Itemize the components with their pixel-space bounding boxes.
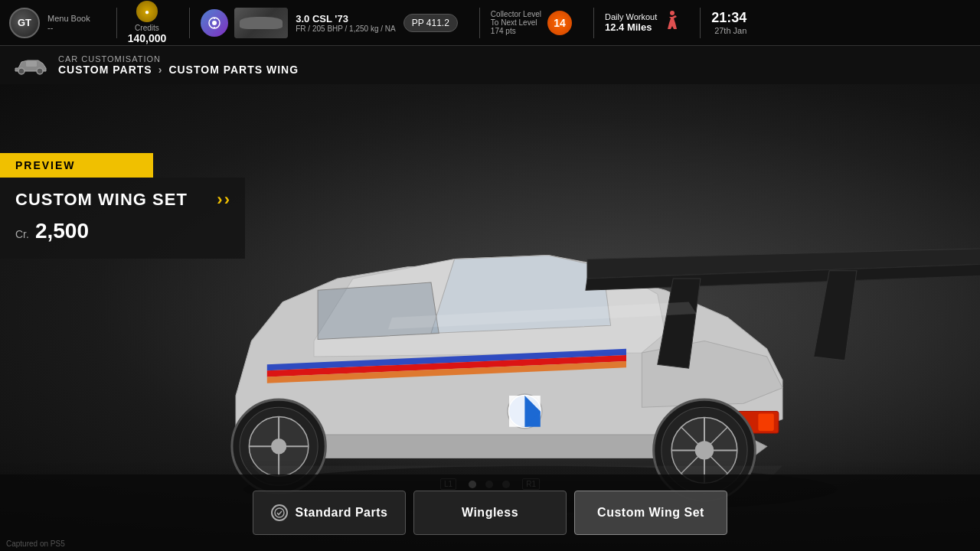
workout-label: Daily Workout [605,12,657,21]
car-thumbnail [234,8,288,38]
menu-book-section: Menu Book -- [47,14,90,32]
pp-badge: PP 411.2 [403,14,458,32]
standard-parts-button[interactable]: Standard Parts [253,491,406,535]
svg-point-31 [275,508,284,517]
car-specs: FR / 205 BHP / 1,250 kg / NA [296,24,395,33]
preview-price-row: Cr. 2,500 [15,219,230,243]
svg-point-6 [37,68,43,74]
car-name: 3.0 CSL '73 [296,13,395,24]
car-info: 3.0 CSL '73 FR / 205 BHP / 1,250 kg / NA [296,13,395,33]
top-bar: GT Menu Book -- ● Credits 140,000 3.0 CS… [0,0,980,46]
collector-pts: 174 pts [491,27,541,35]
chevron-right-2: › [224,190,230,210]
runner-icon [663,9,681,37]
car-small-icon [12,54,49,76]
collector-level-badge: 14 [547,11,572,35]
breadcrumb-bar: CAR CUSTOMISATION CUSTOM PARTS › CUSTOM … [0,46,980,84]
main-content: PREVIEW CUSTOM WING SET › › Cr. 2,500 L1… [0,84,980,551]
divider-4 [593,8,594,38]
divider-3 [479,8,480,38]
car-thumb-image [234,8,288,38]
preview-panel: PREVIEW CUSTOM WING SET › › Cr. 2,500 [0,153,245,259]
menu-book-sub: -- [47,23,90,32]
breadcrumb-separator: › [158,64,163,76]
divider-2 [189,8,190,38]
svg-rect-14 [758,413,773,430]
music-note-icon [207,16,221,30]
workout-section: Daily Workout 12.4 Miles [605,12,657,33]
svg-point-30 [271,439,286,454]
preview-item-row: CUSTOM WING SET › › [15,190,230,210]
svg-point-5 [18,68,24,74]
collector-section: Collector Level To Next Level 174 pts [491,10,541,35]
divider-5 [700,8,701,38]
check-circle-icon [271,504,288,521]
music-button[interactable] [201,9,228,37]
chevron-right-1: › [217,190,222,210]
svg-rect-7 [26,61,37,67]
preview-item-name: CUSTOM WING SET [15,190,217,210]
breadcrumb-nav: CUSTOM PARTS › CUSTOM PARTS WING [58,64,299,76]
custom-wing-set-label: Custom Wing Set [597,506,704,520]
workout-miles: 12.4 Miles [605,21,657,33]
preview-arrows: › › [217,190,230,210]
wingless-label: Wingless [462,506,518,520]
date-display: 27th Jan [714,26,746,35]
breadcrumb-section-label: CAR CUSTOMISATION [58,54,299,64]
credits-icon: ● [136,1,158,22]
credits-section: ● Credits 140,000 [128,1,167,44]
wingless-button[interactable]: Wingless [413,491,567,535]
svg-point-1 [212,21,217,25]
circle-check-svg [274,507,285,518]
custom-wing-set-button[interactable]: Custom Wing Set [574,491,727,535]
menu-book-title: Menu Book [47,14,90,23]
time-section: 21:34 27th Jan [711,10,746,35]
price-amount: 2,500 [35,219,89,243]
breadcrumb-section: CAR CUSTOMISATION CUSTOM PARTS › CUSTOM … [58,54,299,76]
credits-label: Credits [135,24,159,32]
captured-label: Captured on PS5 [6,540,65,548]
credits-amount: 140,000 [128,32,167,44]
svg-point-4 [670,11,675,15]
breadcrumb-current: CUSTOM PARTS WING [168,64,299,76]
divider-1 [116,8,117,38]
collector-label: Collector Level [491,10,541,18]
preview-label: PREVIEW [0,153,153,178]
standard-parts-label: Standard Parts [296,506,388,520]
bottom-buttons-bar: Standard Parts Wingless Custom Wing Set [0,474,980,551]
gt-logo: GT [9,8,40,38]
price-cr-label: Cr. [15,228,29,240]
collector-sublabel: To Next Level [491,18,541,27]
breadcrumb-parent: CUSTOM PARTS [58,64,152,76]
preview-item-box: CUSTOM WING SET › › Cr. 2,500 [0,178,245,259]
svg-point-24 [695,441,714,459]
time-display: 21:34 [711,10,746,26]
